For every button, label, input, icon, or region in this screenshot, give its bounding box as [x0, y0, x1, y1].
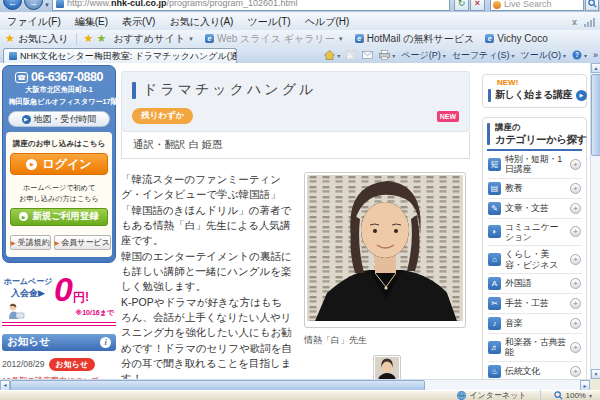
info-icon: i: [100, 337, 111, 348]
play-icon: ▶: [19, 212, 28, 221]
tab-nhk-culture-center[interactable]: NHK文化センター梅田教室: ドラマチックハングル(通訳・..: [3, 48, 237, 63]
expand-plus-icon[interactable]: +: [570, 318, 581, 329]
new-courses-box[interactable]: NEW! 新しく始まる講座 ▶: [482, 74, 587, 108]
book-icon: ▤: [488, 182, 501, 195]
apply-note: 講座のお申し込みはこちら: [12, 138, 105, 148]
instructor-photo-column: 情熱「白」先生: [304, 172, 470, 379]
favlink-hotmail[interactable]: eHotMail の無料サービス: [351, 32, 479, 46]
category-traditional-instruments[interactable]: ♬和楽器・古典芸能+: [487, 334, 582, 362]
category-foreign-language[interactable]: A外国語+: [487, 274, 582, 294]
instructor-name: 通訳・翻訳 白 姫恩: [121, 132, 470, 159]
help-menu-button[interactable]: ? ▾: [572, 50, 587, 60]
favorites-bar: ★ お気に入り ★ ★ おすすめサイト▼ eWeb スライス ギャラリー▼ eH…: [0, 30, 600, 47]
terms-button[interactable]: ▶受講規約: [10, 235, 51, 250]
expand-plus-icon[interactable]: +: [570, 254, 581, 265]
status-bar: インターネット 100% ▾: [0, 390, 600, 400]
favlink-web-slice-gallery[interactable]: eWeb スライス ギャラリー▼: [201, 32, 348, 46]
add-favorite-icon[interactable]: ★: [84, 32, 94, 45]
vertical-scrollbar[interactable]: ▲ ▼: [590, 63, 600, 379]
favorites-label[interactable]: お気に入り: [18, 32, 69, 46]
language-icon: A: [488, 277, 501, 290]
search-box[interactable]: [490, 0, 584, 11]
expand-plus-icon[interactable]: +: [570, 278, 581, 289]
category-communication[interactable]: ◗コミュニケーション+: [487, 219, 582, 247]
register-button[interactable]: ▶ 新規ご利用登録: [10, 208, 108, 226]
ie-icon: e: [355, 34, 364, 43]
feeds-icon: [346, 50, 356, 60]
forward-button[interactable]: →: [24, 0, 43, 10]
category-handicraft[interactable]: ✂手芸・工芸+: [487, 294, 582, 314]
menu-favorites[interactable]: お気に入り(A): [162, 15, 240, 29]
availability-badge: 残りわずか: [132, 108, 193, 124]
menu-file[interactable]: ファイル(F): [0, 15, 68, 29]
category-culture[interactable]: ▤教養+: [487, 179, 582, 199]
category-traditional-culture[interactable]: ♨伝統文化+: [487, 362, 582, 379]
favlink-suggested-sites[interactable]: おすすめサイト▼: [109, 32, 198, 46]
home-button[interactable]: ▾: [324, 50, 340, 60]
vertical-scroll-thumb[interactable]: [591, 74, 600, 156]
favorites-star-icon[interactable]: ★: [5, 32, 15, 45]
phone-row: ☎ 06-6367-0880: [6, 70, 112, 84]
back-icon: ←: [8, 0, 17, 8]
globe-icon: [457, 391, 466, 400]
chevron-down-icon: ▾: [563, 52, 566, 59]
admission-fee-banner[interactable]: ホームページ 入会金▶ 0円! ※10/16まで: [2, 272, 116, 326]
search-input[interactable]: [504, 0, 570, 9]
news-badge: お知らせ: [49, 358, 96, 371]
course-title-card: ドラマチックハングル 残りわずか NEW: [121, 71, 470, 132]
favlink-vichy-coco[interactable]: eVichy Coco: [481, 33, 551, 44]
expand-plus-icon[interactable]: +: [570, 159, 581, 170]
contact-box: ☎ 06-6367-0880 大阪市北区角田町8-1 梅田阪急ビルオフィスタワー…: [2, 65, 116, 263]
overflow-chevron-icon[interactable]: »: [593, 50, 598, 60]
tools-menu-button[interactable]: ツール(O)▾: [521, 49, 566, 62]
scroll-up-button[interactable]: ▲: [591, 63, 600, 73]
instructor-photo: [304, 172, 466, 328]
category-lifestyle-business[interactable]: ⌂くらし・美容・ビジネス+: [487, 246, 582, 274]
expand-plus-icon[interactable]: +: [570, 183, 581, 194]
scroll-down-button[interactable]: ▼: [591, 369, 600, 379]
menu-edit[interactable]: 編集(E): [68, 15, 115, 29]
category-box: 講座の カテゴリーから探す 短特別・短期・1日講座+ ▤教養+ ✎文章・文芸+ …: [482, 117, 587, 379]
expand-plus-icon[interactable]: +: [570, 203, 581, 214]
page-content: ☎ 06-6367-0880 大阪市北区角田町8-1 梅田阪急ビルオフィスタワー…: [0, 63, 590, 379]
stop-button[interactable]: ×: [470, 0, 485, 11]
expand-plus-icon[interactable]: +: [570, 366, 581, 377]
expand-plus-icon[interactable]: +: [570, 226, 581, 237]
category-special-short[interactable]: 短特別・短期・1日講座+: [487, 151, 582, 179]
toolbar-close-icon[interactable]: x: [572, 17, 577, 27]
new-courses-link[interactable]: 新しく始まる講座: [495, 88, 572, 102]
category-writing[interactable]: ✎文章・文芸+: [487, 199, 582, 219]
banner-text: ホームページ 入会金▶: [2, 276, 54, 300]
back-button[interactable]: ←: [3, 0, 22, 10]
menu-view[interactable]: 表示(V): [115, 15, 162, 29]
history-dropdown-icon[interactable]: ▼: [44, 2, 50, 8]
phone-icon: ☎: [15, 72, 28, 83]
expand-plus-icon[interactable]: +: [570, 342, 581, 353]
photo-caption: 情熱「白」先生: [304, 334, 470, 347]
member-services-button[interactable]: ▶会員サービス: [54, 235, 111, 250]
safety-menu-button[interactable]: セーフティ(S)▾: [452, 49, 515, 62]
browser-window: { "browser": { "url": {"prefix": "http:/…: [0, 0, 600, 400]
accent-bar: [487, 123, 490, 145]
search-go-button[interactable]: [585, 0, 599, 11]
address-line-1: 大阪市北区角田町8-1: [9, 84, 110, 95]
left-sidebar: ☎ 06-6367-0880 大阪市北区角田町8-1 梅田阪急ビルオフィスタワー…: [2, 65, 116, 379]
menu-help[interactable]: ヘルプ(H): [298, 15, 357, 29]
expand-plus-icon[interactable]: +: [570, 298, 581, 309]
read-mail-button[interactable]: [362, 51, 373, 59]
scissors-icon: ✂: [488, 297, 501, 310]
address-bar[interactable]: http://www.nhk-cul.co.jp/programs/progra…: [52, 0, 450, 11]
menu-tools[interactable]: ツール(T): [240, 15, 297, 29]
map-hours-button[interactable]: ▶ 地図・受付時間: [8, 111, 110, 127]
login-button[interactable]: ▶ ログイン: [10, 153, 108, 175]
refresh-button[interactable]: ↻: [454, 0, 469, 11]
photo-thumbnail[interactable]: [373, 355, 401, 379]
category-music[interactable]: ♪音楽+: [487, 314, 582, 334]
print-button[interactable]: ▾: [379, 50, 395, 60]
feeds-button[interactable]: [346, 50, 356, 60]
horizontal-scrollbar[interactable]: ◄ ►: [0, 379, 590, 390]
suggested-sites-icon: ★: [96, 32, 106, 45]
page-menu-button[interactable]: ページ(P)▾: [401, 49, 445, 62]
news-item[interactable]: 2012/08/29 お知らせ: [2, 358, 116, 371]
zoom-control[interactable]: 100% ▾: [554, 391, 592, 400]
